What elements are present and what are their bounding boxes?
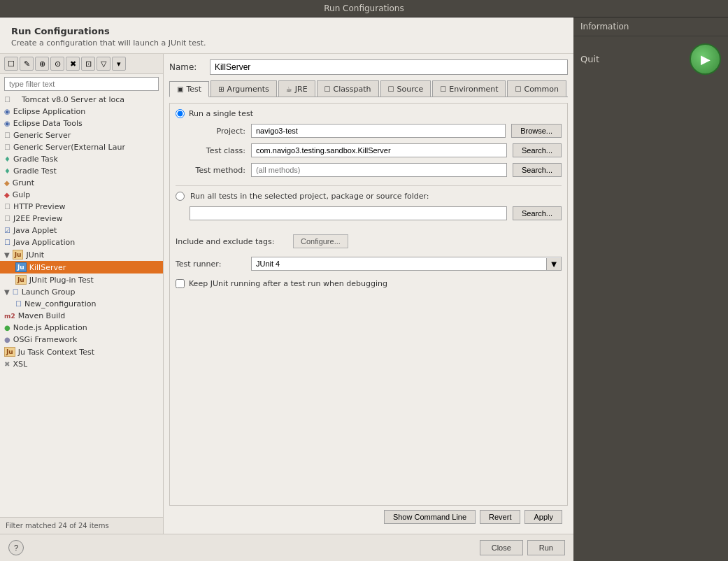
search-method-button[interactable]: Search... — [513, 163, 562, 177]
run-single-label: Run a single test — [189, 109, 253, 118]
sidebar-item-maven[interactable]: m2 Maven Build — [0, 310, 163, 322]
sidebar-item-nodejs[interactable]: ● Node.js Application — [0, 322, 163, 334]
tabs-bar: ▣ Test ⊞ Arguments ☕ JRE ☐ Classpath — [169, 80, 568, 97]
eclipse-data-icon: ◉ — [4, 120, 10, 127]
sidebar-item-http[interactable]: ☐ HTTP Preview — [0, 201, 163, 213]
tab-arguments[interactable]: ⊞ Arguments — [210, 80, 277, 97]
search-test-class-button[interactable]: Search... — [513, 143, 562, 157]
sidebar-item-label: JUnit — [26, 250, 44, 260]
sidebar-item-new-config[interactable]: ☐ New_configuration — [0, 298, 163, 310]
keep-running-checkbox[interactable] — [176, 279, 185, 288]
sidebar-item-gradle-test[interactable]: ♦ Gradle Test — [0, 165, 163, 177]
filter-input[interactable] — [4, 77, 159, 91]
tab-label: Arguments — [227, 85, 269, 94]
sidebar-item-launch-group[interactable]: ▼ ☐ Launch Group — [0, 286, 163, 298]
export-button[interactable]: ⊕ — [35, 57, 49, 71]
sidebar-item-java-applet[interactable]: ☑ Java Applet — [0, 225, 163, 236]
runner-label: Test runner: — [176, 260, 245, 269]
sidebar-item-killserver[interactable]: Ju KillServer — [0, 261, 163, 274]
sidebar-item-j2ee[interactable]: ☐ J2EE Preview — [0, 213, 163, 225]
apply-button[interactable]: Apply — [524, 510, 562, 524]
sidebar-item-osgi[interactable]: ● OSGi Framework — [0, 334, 163, 346]
test-method-label: Test method: — [190, 166, 245, 175]
name-input[interactable] — [210, 59, 568, 75]
new-config-button[interactable]: ☐ — [4, 57, 18, 71]
all-tests-search-row: Search... — [190, 206, 562, 220]
collapse-button[interactable]: ⊡ — [81, 57, 95, 71]
test-class-row: Test class: Search... — [190, 143, 562, 157]
sidebar-item-gradle-task[interactable]: ♦ Gradle Task — [0, 153, 163, 165]
j2ee-icon: ☐ — [4, 215, 10, 222]
sidebar-item-java-app[interactable]: ☐ Java Application — [0, 236, 163, 248]
junit-icon: Ju — [13, 250, 24, 260]
name-label: Name: — [169, 62, 204, 72]
runner-select[interactable]: JUnit 4 JUnit 5 JUnit 3 — [252, 257, 546, 270]
play-button[interactable]: ▶ — [690, 43, 721, 75]
delete-button[interactable]: ✖ — [66, 57, 80, 71]
sidebar-item-label: KillServer — [29, 263, 66, 272]
tab-environment[interactable]: ☐ Environment — [432, 80, 506, 97]
tab-test[interactable]: ▣ Test — [169, 81, 209, 97]
all-tests-search-button[interactable]: Search... — [513, 206, 562, 220]
sidebar-item-label: XSL — [13, 360, 27, 369]
killserver-icon: Ju — [15, 262, 27, 272]
tags-row: Include and exclude tags: Configure... — [176, 234, 562, 248]
filter-button[interactable]: ▽ — [97, 57, 110, 71]
tab-classpath[interactable]: ☐ Classpath — [317, 80, 379, 97]
runner-dropdown-arrow[interactable]: ▼ — [546, 258, 561, 270]
browse-project-button[interactable]: Browse... — [511, 124, 562, 138]
sidebar-item-eclipse-app[interactable]: ◉ Eclipse Application — [0, 106, 163, 118]
sidebar-item-tomcat[interactable]: ☐ Tomcat v8.0 Server at loca — [0, 94, 163, 106]
tab-label: Common — [524, 85, 559, 94]
project-input[interactable] — [251, 124, 506, 138]
maven-icon: m2 — [4, 313, 15, 320]
sidebar-item-junit[interactable]: ▼ Ju JUnit — [0, 248, 163, 261]
osgi-icon: ● — [4, 336, 10, 343]
http-icon: ☐ — [4, 203, 10, 211]
bottom-bar: ? Close Run — [0, 534, 573, 561]
sidebar-item-junit-plugin[interactable]: Ju JUnit Plug-in Test — [0, 274, 163, 286]
sidebar-item-gulp[interactable]: ◆ Gulp — [0, 189, 163, 201]
sidebar-item-label: JUnit Plug-in Test — [29, 276, 94, 285]
junit-expand-icon: ▼ — [4, 251, 10, 259]
link-button[interactable]: ⊙ — [50, 57, 64, 71]
run-button[interactable]: Run — [527, 540, 565, 555]
sidebar-item-xsl[interactable]: ✖ XSL — [0, 358, 163, 370]
test-class-label-text: Test class: — [206, 146, 245, 155]
duplicate-button[interactable]: ✎ — [20, 57, 34, 71]
tab-common[interactable]: ☐ Common — [507, 80, 566, 97]
sidebar-item-generic-server[interactable]: ☐ Generic Server — [0, 129, 163, 141]
test-class-input[interactable] — [251, 143, 507, 157]
run-single-radio[interactable] — [176, 109, 185, 118]
test-method-row: Test method: Search... — [190, 163, 562, 177]
configure-button[interactable]: Configure... — [293, 234, 348, 248]
sidebar-item-task-context[interactable]: Ju Ju Task Context Test — [0, 346, 163, 358]
sidebar-item-label: Java Applet — [13, 226, 57, 235]
keep-running-row: Keep JUnit running after a test run when… — [176, 279, 562, 288]
xsl-icon: ✖ — [4, 360, 10, 368]
show-command-line-button[interactable]: Show Command Line — [384, 510, 476, 524]
sidebar-item-grunt[interactable]: ◆ Grunt — [0, 177, 163, 189]
tab-jre[interactable]: ☕ JRE — [278, 80, 315, 97]
run-all-radio[interactable] — [176, 192, 185, 201]
common-tab-icon: ☐ — [515, 85, 521, 93]
info-panel-title: Information — [573, 17, 728, 36]
sidebar-item-generic-server-ext[interactable]: ☐ Generic Server(External Laur — [0, 141, 163, 153]
tab-source[interactable]: ☐ Source — [380, 80, 431, 97]
filter-status: Filter matched 24 of 24 items — [6, 522, 109, 530]
source-tab-icon: ☐ — [388, 85, 394, 93]
keep-running-label: Keep JUnit running after a test run when… — [189, 279, 387, 288]
revert-button[interactable]: Revert — [480, 510, 520, 524]
junit-plugin-icon: Ju — [15, 275, 27, 285]
sidebar-item-eclipse-data[interactable]: ◉ Eclipse Data Tools — [0, 118, 163, 129]
runner-select-container: JUnit 4 JUnit 5 JUnit 3 ▼ — [251, 257, 562, 271]
test-method-input[interactable] — [251, 163, 507, 177]
task-context-icon: Ju — [4, 347, 15, 357]
help-button[interactable]: ? — [8, 540, 24, 555]
test-tab-icon: ▣ — [177, 85, 183, 93]
all-tests-input[interactable] — [190, 206, 507, 220]
menu-button[interactable]: ▾ — [112, 57, 126, 71]
tags-section: Include and exclude tags: Configure... — [176, 229, 562, 248]
close-button[interactable]: Close — [480, 540, 523, 555]
environment-tab-icon: ☐ — [440, 85, 446, 93]
